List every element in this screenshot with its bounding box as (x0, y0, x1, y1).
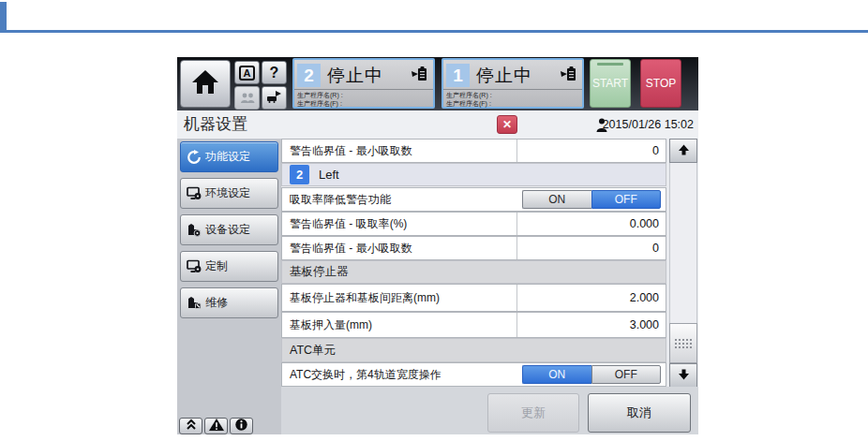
lane-2-program-f: 生产程序名(F) : (297, 99, 430, 108)
setting-label: 警告临界值 - 最小吸取数 (290, 241, 412, 257)
start-button[interactable]: START (590, 59, 631, 108)
status-top-bar: A ? 2 停止中 生产程序名(R) : (177, 57, 698, 110)
vertical-scrollbar (669, 139, 697, 388)
sidebar-item-customization[interactable]: 定制 (180, 251, 278, 282)
setting-label: ATC交换时，第4轨道宽度操作 (290, 367, 441, 383)
hand-clipboard-icon (411, 66, 427, 85)
update-label: 更新 (521, 404, 546, 421)
column-divider (516, 140, 517, 162)
toggle-off-button[interactable]: OFF (591, 190, 662, 209)
table-row: 基板停止器和基板间距离(mm) 2.000 (281, 284, 666, 312)
sidebar-item-label: 定制 (205, 258, 228, 274)
setting-label: 基板停止器和基板间距离(mm) (290, 290, 440, 306)
info-button[interactable] (230, 418, 253, 434)
column-divider (516, 285, 517, 311)
setting-label: 警告临界值 - 最小吸取数 (290, 143, 412, 159)
section-label: ATC单元 (290, 343, 336, 359)
arrow-up-icon (678, 142, 690, 159)
cancel-label: 取消 (627, 404, 651, 421)
sidebar-item-environment-settings[interactable]: 环境设定 (180, 178, 278, 209)
table-row: 警告临界值 - 最小吸取数 0 (281, 236, 666, 260)
toggle-on-button[interactable]: ON (522, 190, 591, 209)
section-label: Left (319, 168, 339, 182)
setting-value[interactable]: 0 (652, 144, 659, 157)
double-chevron-up-icon (186, 418, 197, 434)
settings-sidebar: 功能设定 环境设定 设备设定 定制 维修 (177, 139, 281, 434)
help-button[interactable]: ? (262, 61, 287, 84)
sidebar-item-label: 维修 (205, 295, 228, 311)
sidebar-item-maintenance[interactable]: 维修 (180, 287, 278, 318)
help-icon: ? (270, 65, 279, 81)
setting-value[interactable]: 0 (652, 242, 659, 255)
hand-clipboard-icon (560, 66, 576, 85)
cancel-button[interactable]: 取消 (588, 393, 691, 433)
sidebar-item-label: 设备设定 (205, 222, 250, 238)
maintenance-icon (186, 296, 202, 311)
setting-label: 吸取率降低警告功能 (290, 192, 391, 208)
stop-button[interactable]: STOP (640, 59, 681, 108)
home-icon (191, 69, 219, 98)
page-accent-bar (0, 2, 7, 30)
on-off-toggle: ON OFF (522, 365, 661, 384)
setting-value[interactable]: 0.000 (630, 217, 659, 230)
scroll-up-button[interactable] (669, 139, 697, 163)
close-icon: ✕ (502, 118, 512, 131)
action-footer: 更新 取消 (281, 387, 698, 434)
sidebar-item-device-settings[interactable]: 设备设定 (180, 214, 278, 245)
lane-1-number-badge: 1 (446, 64, 470, 87)
warning-button[interactable] (204, 418, 228, 434)
collapse-button[interactable] (179, 418, 202, 434)
changeover-button[interactable] (262, 86, 287, 110)
page-title: 机器设置 (184, 110, 247, 139)
setting-label: 警告临界值 - 吸取率(%) (290, 216, 407, 232)
lane-2-status-text: 停止中 (327, 64, 383, 88)
lane-2-program-r: 生产程序名(R) : (297, 91, 430, 99)
home-button[interactable] (180, 60, 231, 108)
customization-icon (186, 259, 202, 274)
toggle-on-button[interactable]: ON (522, 365, 591, 384)
setting-label: 基板押入量(mm) (290, 317, 372, 333)
section-header-lane-left: 2 Left (281, 163, 666, 186)
stop-label: STOP (646, 77, 676, 90)
lane-2-status-panel[interactable]: 2 停止中 生产程序名(R) : 生产程序名(F) : (292, 58, 435, 109)
setting-value[interactable]: 2.000 (630, 291, 659, 304)
info-circle-icon (235, 418, 247, 434)
lane-number-badge: 2 (290, 165, 309, 184)
close-button[interactable]: ✕ (497, 115, 517, 134)
function-settings-icon (186, 150, 202, 165)
language-button[interactable]: A (234, 61, 260, 84)
on-off-toggle: ON OFF (522, 190, 661, 209)
language-icon: A (239, 66, 256, 81)
table-row: 警告临界值 - 吸取率(%) 0.000 (281, 212, 666, 236)
device-settings-icon (186, 223, 202, 238)
toggle-off-button[interactable]: OFF (591, 365, 662, 384)
page-divider-line (0, 30, 868, 33)
settings-table: 警告临界值 - 最小吸取数 0 2 Left 吸取率降低警告功能 ON OFF … (281, 139, 698, 388)
column-divider (516, 213, 517, 235)
section-header-atc-unit: ATC单元 (281, 338, 666, 362)
scrollbar-thumb[interactable] (669, 323, 697, 363)
warning-triangle-icon (209, 418, 224, 434)
update-button[interactable]: 更新 (487, 393, 579, 433)
section-header-board-stopper: 基板停止器 (281, 260, 666, 284)
lane-1-program-f: 生产程序名(F) : (446, 99, 579, 108)
table-row: 基板押入量(mm) 3.000 (281, 312, 666, 338)
sidebar-item-label: 功能设定 (205, 149, 250, 165)
environment-settings-icon (186, 186, 202, 201)
scroll-down-button[interactable] (669, 363, 697, 388)
table-row: 警告临界值 - 最小吸取数 0 (281, 139, 666, 163)
datetime-display: 2015/01/26 15:02 (603, 110, 694, 139)
machine-settings-window: A ? 2 停止中 生产程序名(R) : (177, 57, 698, 434)
thumb-grip-dots (674, 338, 693, 348)
table-row: ATC交换时，第4轨道宽度操作 ON OFF (281, 362, 666, 387)
setting-value[interactable]: 3.000 (630, 318, 659, 331)
column-divider (516, 237, 517, 259)
sidebar-item-function-settings[interactable]: 功能设定 (180, 141, 278, 172)
sidebar-item-label: 环境设定 (205, 185, 250, 201)
lane-1-program-r: 生产程序名(R) : (446, 91, 579, 99)
operators-button[interactable] (234, 86, 260, 110)
start-label: START (592, 77, 628, 90)
lane-1-status-panel[interactable]: 1 停止中 生产程序名(R) : 生产程序名(F) : (441, 58, 584, 109)
column-divider (516, 313, 517, 337)
table-row: 吸取率降低警告功能 ON OFF (281, 187, 666, 212)
